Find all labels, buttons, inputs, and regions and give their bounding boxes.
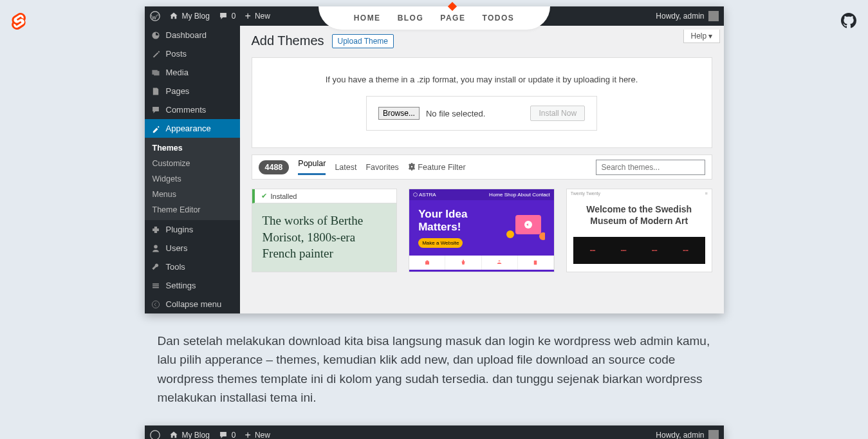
nav-home[interactable]: HOME: [354, 14, 381, 23]
howdy-user[interactable]: Howdy, admin: [656, 430, 718, 439]
wp-logo-icon[interactable]: [150, 11, 160, 21]
nav-blog[interactable]: BLOG: [398, 14, 424, 23]
sidebar-comments[interactable]: Comments: [145, 100, 240, 119]
sidebar-menus[interactable]: Menus: [145, 187, 240, 202]
install-now-button[interactable]: Install Now: [530, 106, 585, 121]
sidebar-media[interactable]: Media: [145, 63, 240, 82]
nav-page[interactable]: PAGE: [440, 14, 465, 23]
svg-point-1: [152, 301, 159, 308]
site-link[interactable]: My Blog: [169, 431, 210, 439]
sidebar-appearance[interactable]: Appearance: [145, 119, 240, 138]
help-tab[interactable]: Help ▾: [683, 30, 719, 43]
sidebar-tools[interactable]: Tools: [145, 257, 240, 276]
svelte-logo[interactable]: [12, 13, 26, 32]
sidebar-plugins[interactable]: Plugins: [145, 220, 240, 239]
svg-point-4: [506, 230, 514, 238]
sidebar-settings[interactable]: Settings: [145, 276, 240, 295]
github-icon[interactable]: [841, 13, 856, 31]
tab-popular[interactable]: Popular: [298, 159, 326, 175]
new-link[interactable]: +New: [245, 429, 270, 439]
svg-point-6: [150, 431, 159, 439]
cat-icon: [445, 256, 481, 270]
sidebar-pages[interactable]: Pages: [145, 82, 240, 100]
wp-admin-bar: My Blog 0 +New Howdy, admin: [145, 425, 724, 439]
comments-link[interactable]: 0: [219, 12, 236, 21]
tab-feature-filter[interactable]: Feature Filter: [408, 163, 466, 172]
page-title: Add Themes: [252, 33, 324, 48]
admin-sidebar: Dashboard Posts Media Pages Comments App…: [145, 26, 240, 313]
sidebar-themes[interactable]: Themes: [145, 140, 240, 156]
no-file-label: No file selected.: [426, 109, 486, 118]
upload-area: If you have a theme in a .zip format, yo…: [252, 57, 712, 148]
sidebar-dashboard[interactable]: Dashboard: [145, 26, 240, 44]
upload-theme-button[interactable]: Upload Theme: [332, 34, 394, 48]
nav-marker-icon: [447, 2, 456, 11]
sidebar-widgets[interactable]: Widgets: [145, 171, 240, 187]
sidebar-posts[interactable]: Posts: [145, 44, 240, 63]
cat-icon: [409, 256, 445, 270]
avatar-icon: [708, 430, 719, 439]
site-link[interactable]: My Blog: [169, 12, 210, 21]
theme-card[interactable]: ✔Installed The works of Berthe Morisot, …: [252, 189, 398, 272]
sidebar-users[interactable]: Users: [145, 239, 240, 257]
sidebar-customize[interactable]: Customize: [145, 156, 240, 171]
comments-link[interactable]: 0: [219, 431, 236, 439]
wp-logo-icon[interactable]: [150, 430, 160, 439]
cat-icon: [482, 256, 518, 270]
top-nav: HOME BLOG PAGE TODOS: [319, 6, 550, 30]
sidebar-collapse[interactable]: Collapse menu: [145, 295, 240, 313]
sidebar-theme-editor[interactable]: Theme Editor: [145, 202, 240, 218]
nav-todos[interactable]: TODOS: [482, 14, 514, 23]
cat-icon: [518, 256, 554, 270]
browse-button[interactable]: Browse...: [378, 107, 420, 120]
tab-latest[interactable]: Latest: [335, 163, 356, 172]
search-themes-input[interactable]: [596, 160, 705, 175]
new-link[interactable]: +New: [245, 10, 270, 22]
howdy-user[interactable]: Howdy, admin: [656, 11, 718, 21]
tab-favorites[interactable]: Favorites: [365, 163, 398, 172]
upload-message: If you have a theme in a .zip format, yo…: [269, 75, 695, 84]
theme-card[interactable]: Twenty Twenty≡ Welcome to the Swedish Mu…: [566, 189, 712, 272]
article-paragraph: Dan setelah melakukan download kita bisa…: [158, 332, 711, 407]
theme-count: 4488: [259, 160, 290, 174]
theme-card[interactable]: ⬡ ASTRAHome Shop About Contact Your Idea…: [409, 189, 555, 272]
illustration-icon: [504, 210, 544, 246]
avatar-icon: [708, 11, 719, 21]
